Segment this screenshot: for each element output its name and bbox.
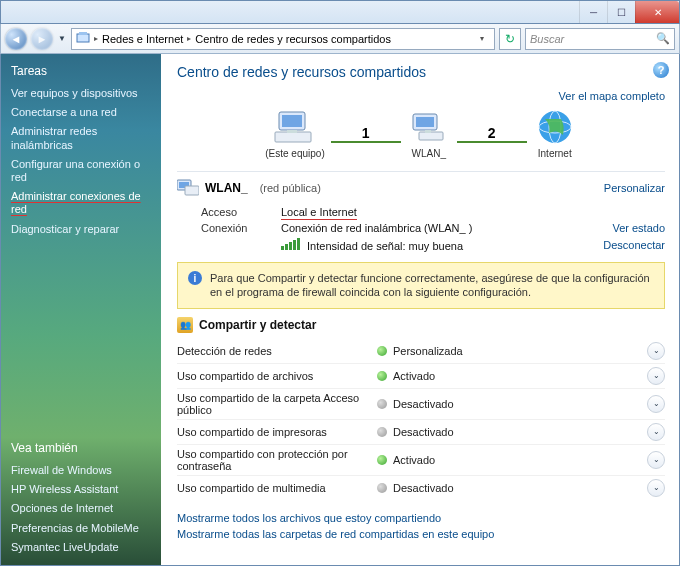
- close-button[interactable]: ✕: [635, 1, 679, 23]
- sidebar-sub-hpwireless[interactable]: HP Wireless Assistant: [11, 480, 155, 499]
- status-dot-icon: [377, 483, 387, 493]
- search-placeholder: Buscar: [530, 33, 564, 45]
- sd-row: Uso compartido de archivosActivado⌄: [177, 363, 665, 388]
- sd-state: Desactivado: [393, 398, 647, 410]
- sidebar-subheading: Vea también: [11, 441, 155, 455]
- chevron-icon: ▸: [94, 34, 98, 43]
- breadcrumb-icon: [76, 31, 90, 47]
- signal-label: Intensidad de señal: muy buena: [307, 240, 463, 252]
- computer-icon: [273, 108, 317, 146]
- network-details: Acceso Local e Internet Conexión Conexió…: [201, 204, 665, 254]
- info-icon: i: [188, 271, 202, 285]
- sidebar-sub-symantec[interactable]: Symantec LiveUpdate: [11, 538, 155, 557]
- search-input[interactable]: Buscar 🔍: [525, 28, 675, 50]
- toolbar: ◄ ► ▼ ▸ Redes e Internet ▸ Centro de red…: [0, 24, 680, 54]
- firewall-warning: i Para que Compartir y detectar funcione…: [177, 262, 665, 309]
- page-title: Centro de redes y recursos compartidos: [177, 64, 665, 80]
- sidebar-sub-inetopts[interactable]: Opciones de Internet: [11, 499, 155, 518]
- network-icon: [177, 178, 199, 198]
- disconnect-link[interactable]: Desconectar: [575, 239, 665, 251]
- share-icon: 👥: [177, 317, 193, 333]
- chevron-icon: ▸: [187, 34, 191, 43]
- node-router: WLAN_: [407, 108, 451, 159]
- network-type: (red pública): [260, 182, 321, 194]
- network-map: (Este equipo) 1 WLAN_ 2 Internet: [177, 108, 665, 159]
- router-icon: [407, 108, 451, 146]
- svg-rect-8: [419, 132, 443, 140]
- sd-row: Uso compartido con protección por contra…: [177, 444, 665, 475]
- svg-rect-3: [282, 115, 302, 127]
- refresh-button[interactable]: ↻: [499, 28, 521, 50]
- forward-button[interactable]: ►: [31, 28, 53, 50]
- status-dot-icon: [377, 399, 387, 409]
- content-pane: ? Centro de redes y recursos compartidos…: [161, 54, 679, 565]
- sidebar-sub-firewall[interactable]: Firewall de Windows: [11, 461, 155, 480]
- sd-label: Uso compartido de multimedia: [177, 482, 377, 494]
- share-discover-header: 👥 Compartir y detectar: [177, 317, 665, 333]
- svg-rect-4: [275, 132, 311, 142]
- signal-bars-icon: [281, 238, 300, 250]
- status-dot-icon: [377, 371, 387, 381]
- node-this-pc: (Este equipo): [265, 108, 324, 159]
- sd-label: Detección de redes: [177, 345, 377, 357]
- breadcrumb-seg-1[interactable]: Redes e Internet: [102, 33, 183, 45]
- search-icon: 🔍: [656, 32, 670, 45]
- show-shared-files-link[interactable]: Mostrarme todos los archivos que estoy c…: [177, 510, 665, 526]
- sidebar: Tareas Ver equipos y dispositivos Conect…: [1, 54, 161, 565]
- svg-rect-5: [287, 130, 297, 133]
- svg-rect-0: [77, 34, 89, 42]
- node-internet: Internet: [533, 108, 577, 159]
- svg-rect-9: [425, 130, 431, 133]
- sidebar-item-connections[interactable]: Administrar conexiones de red: [11, 187, 155, 219]
- personalize-link[interactable]: Personalizar: [604, 182, 665, 194]
- sd-state: Personalizada: [393, 345, 647, 357]
- footer-links: Mostrarme todos los archivos que estoy c…: [177, 510, 665, 542]
- sd-row: Uso compartido de la carpeta Acceso públ…: [177, 388, 665, 419]
- history-dropdown[interactable]: ▼: [57, 28, 67, 50]
- network-name: WLAN_: [205, 181, 248, 195]
- sd-row: Uso compartido de multimediaDesactivado⌄: [177, 475, 665, 500]
- sd-label: Uso compartido con protección por contra…: [177, 448, 377, 472]
- window-titlebar: ─ ☐ ✕: [0, 0, 680, 24]
- status-dot-icon: [377, 346, 387, 356]
- svg-rect-1: [79, 32, 87, 35]
- breadcrumb[interactable]: ▸ Redes e Internet ▸ Centro de redes y r…: [71, 28, 495, 50]
- globe-icon: [533, 108, 577, 146]
- view-status-link[interactable]: Ver estado: [575, 222, 665, 234]
- expand-button[interactable]: ⌄: [647, 342, 665, 360]
- svg-rect-7: [416, 117, 434, 127]
- sidebar-sub-mobileme[interactable]: Preferencias de MobileMe: [11, 519, 155, 538]
- warning-text: Para que Compartir y detectar funcione c…: [210, 271, 654, 300]
- sd-label: Uso compartido de la carpeta Acceso públ…: [177, 392, 377, 416]
- expand-button[interactable]: ⌄: [647, 423, 665, 441]
- show-shared-folders-link[interactable]: Mostrarme todas las carpetas de red comp…: [177, 526, 665, 542]
- status-dot-icon: [377, 455, 387, 465]
- node-label: Internet: [538, 148, 572, 159]
- sidebar-item-connect[interactable]: Conectarse a una red: [11, 103, 155, 122]
- expand-button[interactable]: ⌄: [647, 451, 665, 469]
- expand-button[interactable]: ⌄: [647, 367, 665, 385]
- share-discover-list: Detección de redesPersonalizada⌄Uso comp…: [177, 339, 665, 500]
- maximize-button[interactable]: ☐: [607, 1, 635, 23]
- expand-button[interactable]: ⌄: [647, 479, 665, 497]
- sidebar-item-diagnose[interactable]: Diagnosticar y reparar: [11, 220, 155, 239]
- sidebar-item-setup[interactable]: Configurar una conexión o red: [11, 155, 155, 187]
- breadcrumb-seg-2[interactable]: Centro de redes y recursos compartidos: [195, 33, 391, 45]
- expand-button[interactable]: ⌄: [647, 395, 665, 413]
- view-full-map-link[interactable]: Ver el mapa completo: [559, 90, 665, 102]
- svg-rect-15: [185, 186, 199, 195]
- sidebar-heading: Tareas: [11, 64, 155, 78]
- access-value: Local e Internet: [281, 206, 357, 220]
- sidebar-item-devices[interactable]: Ver equipos y dispositivos: [11, 84, 155, 103]
- sd-state: Activado: [393, 454, 647, 466]
- access-label: Acceso: [201, 206, 281, 218]
- status-dot-icon: [377, 427, 387, 437]
- sidebar-item-wireless[interactable]: Administrar redes inalámbricas: [11, 122, 155, 154]
- connection-value: Conexión de red inalámbrica (WLAN_ ): [281, 222, 575, 234]
- node-label: (Este equipo): [265, 148, 324, 159]
- sd-state: Desactivado: [393, 426, 647, 438]
- minimize-button[interactable]: ─: [579, 1, 607, 23]
- breadcrumb-dropdown[interactable]: ▾: [474, 34, 490, 43]
- back-button[interactable]: ◄: [5, 28, 27, 50]
- help-icon[interactable]: ?: [653, 62, 669, 78]
